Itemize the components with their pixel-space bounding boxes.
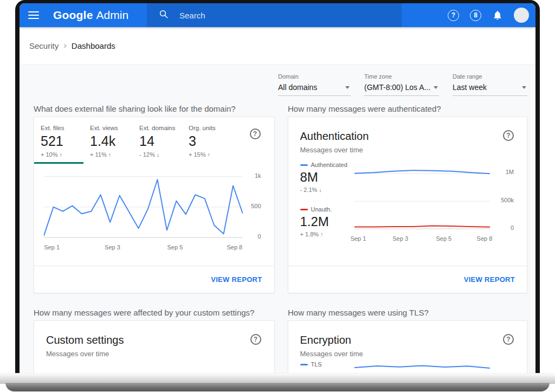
search-icon (159, 9, 169, 21)
timezone-filter: Time zone (GMT-8:00) Los A... (364, 73, 439, 96)
question-file-sharing: What does external file sharing look lik… (34, 104, 275, 114)
stat-tab-ext-views[interactable]: Ext. views 1.4k + 11% ↑ (83, 117, 133, 164)
legend-tls: TLS (300, 361, 354, 368)
legend-swatch-blue (300, 164, 308, 166)
caret-down-icon (522, 86, 526, 89)
card-subtitle: Messages over time (300, 350, 514, 358)
question-row-2: How many messages were affected by your … (34, 307, 527, 318)
card-footer: VIEW REPORT (288, 266, 527, 293)
chart-y-axis-labels: 1k 500 0 (243, 170, 261, 253)
authentication-body: Authenticated 8M - 2.1% ↓ Unauth. (288, 162, 527, 244)
dashboard-content: Domain All domains Time zone (GMT-8:00) … (20, 65, 535, 375)
daterange-filter-dropdown[interactable]: Last week (453, 80, 527, 96)
screen: GoogleAdmin ? 8 (20, 3, 535, 375)
authentication-chart (354, 162, 491, 232)
card-title: Encryption (300, 334, 514, 346)
timezone-filter-dropdown[interactable]: (GMT-8:00) Los A... (364, 80, 439, 96)
screen-bezel: GoogleAdmin ? 8 (15, 0, 540, 375)
card-title: Custom settings (46, 334, 261, 346)
help-icon[interactable]: ? (448, 10, 459, 21)
breadcrumb-item-dashboards: Dashboards (72, 41, 115, 50)
domain-filter: Domain All domains (278, 73, 351, 96)
question-row-1: What does external file sharing look lik… (34, 104, 527, 114)
stat-tab-org-units[interactable]: Org. units 3 + 15% ↑ (182, 117, 231, 164)
question-tls: How many messages were using TLS? (288, 307, 528, 318)
question-authentication: How many messages were authenticated? (288, 104, 528, 114)
breadcrumb: Security › Dashboards (20, 27, 535, 65)
legend-authenticated: Authenticated 8M - 2.1% ↓ (300, 162, 354, 193)
filters-row: Domain All domains Time zone (GMT-8:00) … (34, 73, 527, 96)
logo-admin: Admin (96, 9, 129, 21)
logo-google: Google (53, 9, 93, 21)
google-admin-logo[interactable]: GoogleAdmin (53, 9, 128, 22)
card-header: Custom settings Messages over time ? (34, 321, 274, 358)
custom-settings-card: Custom settings Messages over time ? (34, 320, 275, 375)
laptop-base (0, 373, 555, 384)
notifications-bell-icon[interactable] (492, 10, 503, 21)
card-footer: VIEW REPORT (34, 266, 274, 293)
card-header: Encryption Messages over time ? (288, 321, 527, 358)
badge-count: 8 (474, 11, 477, 19)
card-subtitle: Messages over time (300, 146, 514, 154)
card-title: Authentication (300, 130, 514, 143)
file-sharing-chart (44, 170, 243, 241)
search-bar[interactable] (147, 3, 402, 27)
encryption-card: Encryption Messages over time ? TLS (288, 320, 528, 375)
daterange-filter: Date range Last week (453, 73, 527, 96)
filter-label: Time zone (364, 73, 439, 80)
laptop-base-lip (5, 383, 550, 391)
breadcrumb-item-security[interactable]: Security (29, 41, 59, 50)
file-sharing-card: Ext. files 521 + 10% ↑ Ext. views 1.4k +… (34, 117, 275, 293)
stat-tab-ext-domains[interactable]: Ext. domains 14 - 12% ↓ (133, 117, 182, 164)
filter-label: Date range (453, 73, 527, 80)
authentication-card: Authentication Messages over time ? Auth… (288, 117, 528, 293)
user-avatar[interactable] (514, 8, 529, 23)
help-icon[interactable]: ? (503, 130, 514, 141)
card-header: Authentication Messages over time ? (288, 117, 527, 154)
chart-x-axis-labels: Sep 1 Sep 3 Sep 5 Sep 8 (354, 235, 491, 244)
hamburger-icon (28, 11, 39, 12)
legend-swatch-red (300, 209, 308, 210)
filter-label: Domain (278, 73, 351, 80)
question-custom-settings: How many messages were affected by your … (34, 307, 275, 318)
chart-x-axis-labels: Sep 1 Sep 3 Sep 5 Sep 8 (44, 244, 243, 253)
cards-row-1: Ext. files 521 + 10% ↑ Ext. views 1.4k +… (34, 117, 527, 293)
caret-down-icon (345, 86, 350, 89)
help-icon[interactable]: ? (250, 128, 261, 139)
domain-filter-dropdown[interactable]: All domains (278, 80, 351, 96)
file-sharing-chart-area: Sep 1 Sep 3 Sep 5 Sep 8 1k 500 0 (44, 170, 261, 253)
updates-count-icon[interactable]: 8 (470, 10, 481, 21)
help-icon[interactable]: ? (250, 334, 261, 345)
view-report-link[interactable]: VIEW REPORT (464, 275, 515, 284)
card-subtitle: Messages over time (46, 350, 261, 358)
cards-row-2: Custom settings Messages over time ? Enc… (34, 320, 527, 375)
chart-plot: Sep 1 Sep 3 Sep 5 Sep 8 (44, 170, 243, 253)
app-header: GoogleAdmin ? 8 (20, 3, 535, 27)
search-input[interactable] (178, 10, 376, 21)
stat-tab-ext-files[interactable]: Ext. files 521 + 10% ↑ (34, 117, 83, 164)
chart-y-axis-labels: 1M 500k 0 (490, 162, 514, 244)
stat-tabs: Ext. files 521 + 10% ↑ Ext. views 1.4k +… (34, 117, 274, 164)
chevron-right-icon: › (63, 40, 67, 51)
menu-button[interactable] (28, 9, 39, 21)
caret-down-icon (434, 86, 438, 89)
help-icon[interactable]: ? (503, 334, 514, 345)
view-report-link[interactable]: VIEW REPORT (211, 275, 262, 284)
chart-legend: Authenticated 8M - 2.1% ↓ Unauth. (300, 162, 354, 244)
legend-unauthenticated: Unauth. 1.2M + 1.8% ↑ (300, 206, 354, 237)
chart-plot: Sep 1 Sep 3 Sep 5 Sep 8 (354, 162, 491, 244)
appbar-actions: ? 8 (448, 8, 535, 23)
legend-swatch-blue (300, 364, 308, 365)
